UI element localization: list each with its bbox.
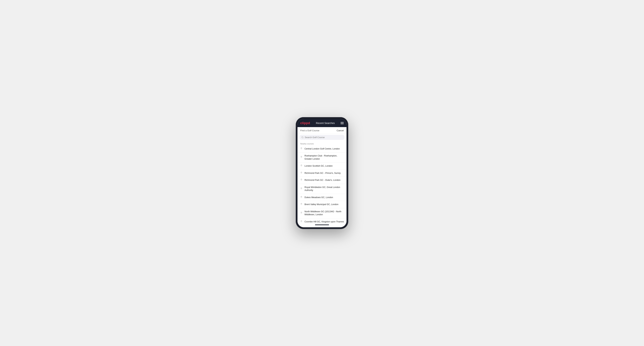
svg-point-3 bbox=[301, 157, 302, 157]
pin-icon bbox=[300, 196, 303, 199]
list-item[interactable]: North Middlesex GC (1011942 - North Midd… bbox=[298, 208, 346, 218]
svg-point-7 bbox=[301, 188, 302, 188]
pin-icon bbox=[300, 165, 303, 168]
svg-point-6 bbox=[301, 179, 302, 180]
list-item[interactable]: Richmond Park GC - Duke's, London bbox=[298, 177, 346, 184]
course-name: Coombe Hill GC, Kingston upon Thames bbox=[304, 220, 344, 223]
find-title: Find a Golf Course bbox=[300, 129, 319, 132]
svg-point-5 bbox=[301, 172, 302, 173]
course-name: Dukes Meadows GC, London bbox=[304, 196, 333, 199]
course-name: North Middlesex GC (1011942 - North Midd… bbox=[304, 210, 344, 216]
content-area: Find a Golf Course Cancel Nearby courses… bbox=[298, 127, 346, 223]
search-icon bbox=[301, 136, 304, 139]
course-name: London Scottish GC, London bbox=[304, 165, 333, 168]
course-name: Richmond Park GC - Prince's, Surrey bbox=[304, 172, 341, 175]
nav-title: Recent Searches bbox=[316, 122, 334, 125]
nav-bar: clippd Recent Searches bbox=[298, 119, 346, 127]
course-name: Richmond Park GC - Duke's, London bbox=[304, 179, 340, 182]
list-item[interactable]: Central London Golf Centre, London bbox=[298, 146, 346, 153]
svg-point-9 bbox=[301, 204, 302, 204]
list-item[interactable]: Roehampton Club - Roehampton, Greater Lo… bbox=[298, 153, 346, 163]
list-item[interactable]: Dukes Meadows GC, London bbox=[298, 194, 346, 201]
svg-point-10 bbox=[301, 212, 302, 213]
pin-icon bbox=[300, 187, 303, 190]
search-container bbox=[298, 133, 346, 141]
nearby-courses-label: Nearby courses bbox=[298, 141, 346, 146]
menu-icon[interactable] bbox=[340, 122, 344, 124]
pin-icon bbox=[300, 172, 303, 175]
list-item[interactable]: London Scottish GC, London bbox=[298, 163, 346, 170]
cancel-button[interactable]: Cancel bbox=[337, 129, 344, 132]
course-name: Central London Golf Centre, London bbox=[304, 147, 340, 151]
course-list: Central London Golf Centre, LondonRoeham… bbox=[298, 146, 346, 223]
find-header: Find a Golf Course Cancel bbox=[298, 127, 346, 133]
list-item[interactable]: Royal Wimbledon GC, Great London Authori… bbox=[298, 184, 346, 194]
pin-icon bbox=[300, 212, 303, 215]
search-box bbox=[300, 135, 344, 140]
home-bar bbox=[315, 224, 329, 225]
pin-icon bbox=[300, 147, 303, 150]
svg-point-11 bbox=[301, 221, 302, 221]
svg-point-4 bbox=[301, 165, 302, 166]
svg-point-8 bbox=[301, 196, 302, 197]
svg-line-1 bbox=[303, 138, 303, 138]
pin-icon bbox=[300, 156, 303, 159]
svg-point-2 bbox=[301, 148, 302, 149]
course-name: Roehampton Club - Roehampton, Greater Lo… bbox=[304, 154, 344, 161]
home-indicator bbox=[298, 223, 346, 227]
pin-icon bbox=[300, 179, 303, 182]
app-logo: clippd bbox=[300, 121, 310, 125]
pin-icon bbox=[300, 220, 303, 223]
list-item[interactable]: Richmond Park GC - Prince's, Surrey bbox=[298, 170, 346, 177]
list-item[interactable]: Brent Valley Municipal GC, London bbox=[298, 201, 346, 208]
phone-screen: clippd Recent Searches Find a Golf Cours… bbox=[298, 119, 346, 227]
course-name: Royal Wimbledon GC, Great London Authori… bbox=[304, 186, 344, 192]
course-name: Brent Valley Municipal GC, London bbox=[304, 203, 338, 206]
search-input[interactable] bbox=[305, 136, 343, 139]
phone-frame: clippd Recent Searches Find a Golf Cours… bbox=[296, 117, 348, 229]
list-item[interactable]: Coombe Hill GC, Kingston upon Thames bbox=[298, 218, 346, 223]
pin-icon bbox=[300, 203, 303, 206]
